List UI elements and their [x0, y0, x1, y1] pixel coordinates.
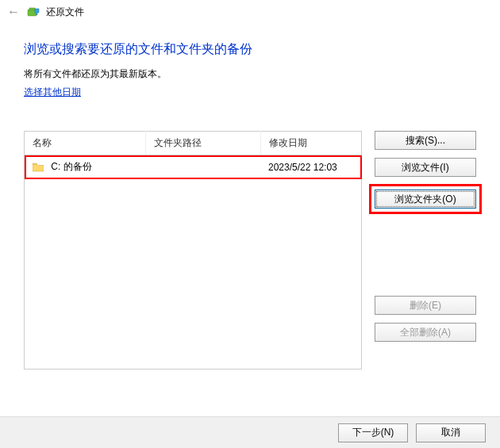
next-button[interactable]: 下一步(N)	[338, 423, 408, 442]
folder-icon	[33, 163, 44, 172]
back-arrow-icon[interactable]: ←	[6, 5, 21, 19]
content-area: 浏览或搜索要还原的文件和文件夹的备份 将所有文件都还原为其最新版本。 选择其他日…	[0, 24, 500, 361]
titlebar: ← 还原文件	[0, 0, 500, 24]
col-folder-path[interactable]: 文件夹路径	[146, 132, 261, 155]
col-modified[interactable]: 修改日期	[260, 132, 362, 155]
cell-name-text: C: 的备份	[51, 161, 91, 172]
browse-files-button[interactable]: 浏览文件(I)	[375, 158, 476, 177]
cell-modified: 2023/5/22 12:03	[260, 155, 362, 179]
select-other-date-link[interactable]: 选择其他日期	[24, 86, 81, 98]
window-title: 还原文件	[46, 6, 84, 19]
subtext: 将所有文件都还原为其最新版本。	[24, 67, 476, 81]
restore-files-icon	[27, 6, 40, 18]
cell-name: C: 的备份	[25, 155, 146, 179]
cancel-button[interactable]: 取消	[416, 423, 486, 442]
search-button[interactable]: 搜索(S)...	[375, 131, 476, 150]
table-empty-area[interactable]	[24, 179, 362, 370]
col-name[interactable]: 名称	[25, 132, 146, 155]
cell-folder-path	[146, 155, 261, 179]
browse-folders-button[interactable]: 浏览文件夹(O)	[375, 190, 476, 209]
page-heading: 浏览或搜索要还原的文件和文件夹的备份	[24, 41, 476, 58]
side-button-panel: 搜索(S)... 浏览文件(I) 浏览文件夹(O) 删除(E) 全部删除(A)	[375, 131, 476, 361]
delete-button: 删除(E)	[375, 296, 476, 315]
table-row[interactable]: C: 的备份 2023/5/22 12:03	[25, 155, 362, 179]
backup-table-container: 名称 文件夹路径 修改日期	[24, 131, 362, 361]
backup-table[interactable]: 名称 文件夹路径 修改日期	[24, 131, 362, 179]
delete-all-button: 全部删除(A)	[375, 323, 476, 342]
footer-bar: 下一步(N) 取消	[0, 416, 500, 448]
svg-rect-1	[29, 8, 35, 10]
